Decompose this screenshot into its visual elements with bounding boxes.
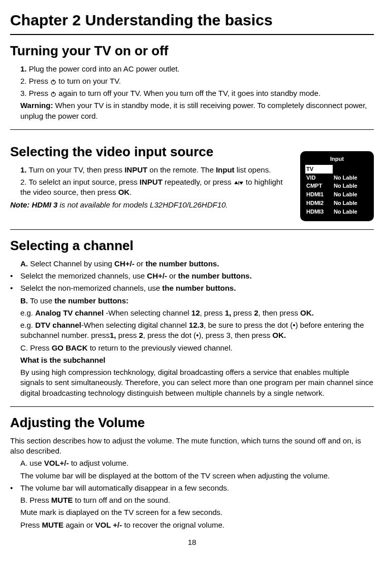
svg-marker-6 [239, 182, 243, 185]
power-icon [50, 91, 56, 97]
section-body: 1. Plug the power cord into an AC power … [20, 64, 374, 121]
svg-marker-4 [234, 181, 238, 184]
input-menu-row-tv: TV [305, 165, 369, 174]
page-number: 18 [10, 537, 374, 547]
volume-intro: This section describes how to adjust the… [10, 436, 374, 457]
chapter-title: Chapter 2 Understanding the basics Chapt… [10, 10, 374, 31]
input-menu-row: HDMI1No Lable [305, 190, 369, 199]
item-a: A. Select Channel by using CH+/- or the … [20, 259, 374, 269]
warning: Warning: When your TV is in standby mode… [20, 100, 374, 121]
item-b: B. Press MUTE to turn off and on the sou… [20, 495, 374, 505]
example-analog: e.g. Analog TV channel -When selecting c… [20, 308, 374, 318]
input-menu-row: HDMI2No Lable [305, 199, 369, 207]
input-osd-menu: Input TV VIDNo Lable CMPTNo Lable HDMI1N… [300, 151, 374, 221]
mute-note: Mute mark is diaplayed on the TV screen … [20, 507, 374, 517]
volume-bar-note: The volume bar will be displayed at the … [20, 471, 374, 481]
note: Note: HDMI 3 is not available for models… [10, 200, 291, 210]
subchannel-body: By using high compression techknology, d… [20, 367, 374, 398]
step2: 2. To selelct an input source, press INP… [20, 177, 291, 198]
section-heading-video-input: Selecting the video input source Selecti… [10, 143, 291, 161]
svg-rect-5 [238, 181, 239, 185]
bullet-item: • Selelct the non-memorized channels, us… [10, 283, 374, 293]
step1: 1. Plug the power cord into an AC power … [20, 64, 374, 74]
step1: 1. Turn on your TV, then press INPUT on … [20, 165, 291, 175]
power-icon [50, 79, 56, 85]
section-body: A. use VOL+/- to adjust volume. The volu… [20, 458, 374, 530]
section-body: 1. Turn on your TV, then press INPUT on … [20, 165, 291, 210]
input-menu-title: Input [305, 155, 369, 163]
example-dtv: e.g. DTV channel-When selecting digital … [20, 320, 374, 341]
subchannel-heading: What is the subchannel [20, 355, 374, 365]
input-menu-list: TV VIDNo Lable CMPTNo Lable HDMI1No Labl… [305, 165, 369, 216]
heading-rule [10, 34, 374, 35]
mute-recover: Press MUTE again or VOL +/- to recover t… [20, 520, 374, 530]
section-rule [10, 229, 374, 230]
bullet-item: • Selelct the memorized channels, use CH… [10, 271, 374, 281]
step3: 3. Press again to turn off your TV. When… [20, 88, 374, 98]
input-menu-row: HDMI3No Lable [305, 207, 369, 216]
section-rule [10, 129, 374, 130]
item-c: C. Press GO BACK to return to the previo… [20, 343, 374, 353]
section-heading-selecting-channel: Selecting a channel Selecting a channel [10, 237, 374, 255]
item-b: B. To use the number buttons: [20, 296, 374, 306]
bullet-item: • The volume bar will automatically disa… [10, 483, 374, 493]
item-a: A. use VOL+/- to adjust volume. [20, 458, 374, 468]
section-body: A. Select Channel by using CH+/- or the … [20, 259, 374, 398]
section-heading-volume: Adjusting the Volume Adjusting the Volum… [10, 414, 374, 432]
up-down-icon [234, 180, 244, 186]
step2: 2. Press to turn on your TV. [20, 76, 374, 86]
section-rule [10, 406, 374, 407]
input-menu-row: VIDNo Lable [305, 174, 369, 182]
section-heading-turning-on-off: Turning your TV on or off Turning your T… [10, 42, 374, 60]
input-menu-row: CMPTNo Lable [305, 182, 369, 190]
